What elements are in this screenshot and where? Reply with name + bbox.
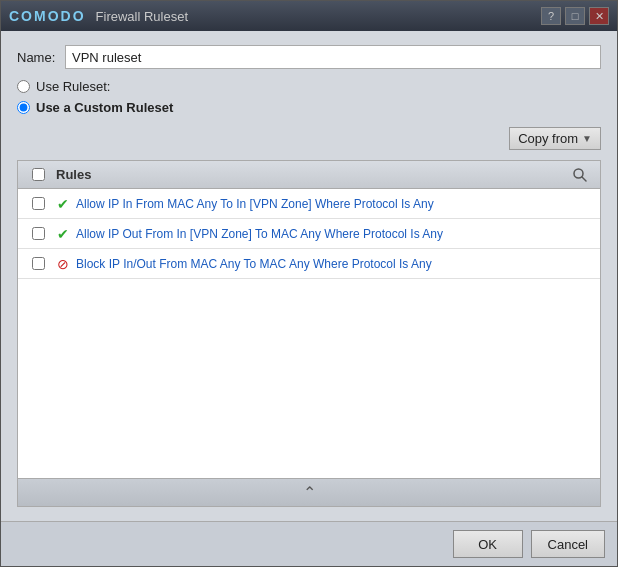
copy-from-row: Copy from ▼: [17, 127, 601, 150]
use-custom-row: Use a Custom Ruleset: [17, 100, 601, 115]
dialog-title: Firewall Ruleset: [96, 9, 188, 24]
row-select-2[interactable]: [32, 227, 45, 240]
copy-from-label: Copy from: [518, 131, 578, 146]
row-checkbox-1: [24, 197, 52, 210]
select-all-checkbox[interactable]: [32, 168, 45, 181]
ok-button[interactable]: OK: [453, 530, 523, 558]
radio-group: Use Ruleset: Use a Custom Ruleset: [17, 79, 601, 115]
use-ruleset-label: Use Ruleset:: [36, 79, 110, 94]
dialog-content: Name: Use Ruleset: Use a Custom Ruleset …: [1, 31, 617, 521]
table-body: ✔ Allow IP In From MAC Any To In [VPN Zo…: [18, 189, 600, 478]
rules-table: Rules ✔ Allow IP In From MAC Any To In […: [17, 160, 601, 507]
row-checkbox-2: [24, 227, 52, 240]
row-select-3[interactable]: [32, 257, 45, 270]
row-text-3: Block IP In/Out From MAC Any To MAC Any …: [74, 257, 594, 271]
name-row: Name:: [17, 45, 601, 69]
cancel-button[interactable]: Cancel: [531, 530, 605, 558]
scroll-up-button[interactable]: ⌃: [18, 478, 600, 506]
allow-icon-1: ✔: [52, 196, 74, 212]
search-button[interactable]: [566, 167, 594, 183]
svg-line-1: [582, 177, 586, 181]
scroll-up-icon: ⌃: [303, 483, 316, 502]
use-custom-radio[interactable]: [17, 101, 30, 114]
restore-button[interactable]: □: [565, 7, 585, 25]
row-text-1: Allow IP In From MAC Any To In [VPN Zone…: [74, 197, 594, 211]
table-row[interactable]: ✔ Allow IP In From MAC Any To In [VPN Zo…: [18, 189, 600, 219]
use-ruleset-radio[interactable]: [17, 80, 30, 93]
brand-logo: COMODO: [9, 8, 86, 24]
close-button[interactable]: ✕: [589, 7, 609, 25]
header-checkbox-cell: [24, 168, 52, 181]
title-bar: COMODO Firewall Ruleset ? □ ✕: [1, 1, 617, 31]
table-header: Rules: [18, 161, 600, 189]
rules-column-header: Rules: [52, 167, 566, 182]
dialog-footer: OK Cancel: [1, 521, 617, 566]
use-ruleset-row: Use Ruleset:: [17, 79, 601, 94]
table-row[interactable]: ✔ Allow IP Out From In [VPN Zone] To MAC…: [18, 219, 600, 249]
search-icon: [572, 167, 588, 183]
help-button[interactable]: ?: [541, 7, 561, 25]
dialog-window: COMODO Firewall Ruleset ? □ ✕ Name: Use …: [0, 0, 618, 567]
row-select-1[interactable]: [32, 197, 45, 210]
title-controls: ? □ ✕: [541, 7, 609, 25]
title-bar-logo: COMODO Firewall Ruleset: [9, 8, 541, 24]
allow-icon-2: ✔: [52, 226, 74, 242]
copy-from-arrow-icon: ▼: [582, 133, 592, 144]
row-checkbox-3: [24, 257, 52, 270]
block-icon-3: ⊘: [52, 256, 74, 272]
name-label: Name:: [17, 50, 57, 65]
name-input[interactable]: [65, 45, 601, 69]
use-custom-label: Use a Custom Ruleset: [36, 100, 173, 115]
table-row[interactable]: ⊘ Block IP In/Out From MAC Any To MAC An…: [18, 249, 600, 279]
row-text-2: Allow IP Out From In [VPN Zone] To MAC A…: [74, 227, 594, 241]
copy-from-button[interactable]: Copy from ▼: [509, 127, 601, 150]
